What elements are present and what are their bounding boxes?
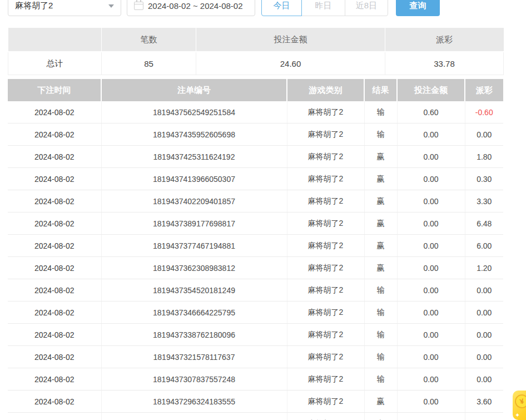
cell-result: 赢 <box>364 413 397 420</box>
summary-header-count: 笔数 <box>102 28 196 52</box>
cell-order-no: 1819437413966050307 <box>101 168 287 190</box>
cell-bet-time: 2024-08-02 <box>8 413 101 420</box>
quick-range-button-2[interactable]: 近8日 <box>345 0 388 16</box>
cell-payout: 0.00 <box>465 279 503 302</box>
cell-bet-amount: 0.00 <box>397 391 465 413</box>
cell-result: 赢 <box>364 257 397 279</box>
summary-total-row: 总计 85 24.60 33.78 <box>8 52 504 75</box>
quick-range-button-group: 今日昨日近8日 <box>261 0 388 16</box>
cell-payout: 0.00 <box>465 324 503 346</box>
quick-range-button-1[interactable]: 昨日 <box>301 0 345 16</box>
cell-result: 输 <box>364 324 397 346</box>
cell-result: 输 <box>364 346 397 368</box>
cell-result: 赢 <box>364 391 397 413</box>
cell-result: 输 <box>364 279 397 302</box>
cell-order-no: 1819437425311624192 <box>101 146 287 168</box>
records-column-header-4: 投注金额 <box>397 79 465 101</box>
cell-game-type: 麻将胡了2 <box>287 279 364 302</box>
cell-game-type: 麻将胡了2 <box>287 213 364 235</box>
coin-icon: ¥ <box>513 393 526 410</box>
cell-bet-amount: 0.00 <box>397 168 465 190</box>
cell-order-no: 1819437285834242561 <box>101 413 287 420</box>
cell-game-type: 麻将胡了2 <box>287 391 364 413</box>
records-column-header-2: 游戏类别 <box>287 79 364 101</box>
summary-header-row: 笔数 投注金额 派彩 <box>8 28 504 52</box>
quick-range-button-0[interactable]: 今日 <box>261 0 302 16</box>
cell-order-no: 1819437377467194881 <box>101 235 287 257</box>
cell-result: 输 <box>364 368 397 391</box>
summary-header-blank <box>8 28 102 52</box>
table-row: 2024-08-021819437321578117637麻将胡了2输0.000… <box>8 346 503 368</box>
cell-payout: 0.30 <box>465 168 503 190</box>
cell-bet-time: 2024-08-02 <box>8 146 101 168</box>
cell-bet-time: 2024-08-02 <box>8 302 101 324</box>
table-row: 2024-08-021819437425311624192麻将胡了2赢0.001… <box>8 146 503 168</box>
records-table-body: 2024-08-021819437562549251584麻将胡了2输0.60-… <box>8 101 503 420</box>
table-row: 2024-08-021819437402209401857麻将胡了2赢0.003… <box>8 190 503 213</box>
cell-bet-amount: 0.00 <box>397 123 465 146</box>
cell-bet-amount: 0.00 <box>397 190 465 213</box>
table-row: 2024-08-021819437435952605698麻将胡了2输0.000… <box>8 123 503 146</box>
cell-order-no: 1819437354520181249 <box>101 279 287 302</box>
cell-bet-amount: 0.00 <box>397 235 465 257</box>
cell-order-no: 1819437362308983812 <box>101 257 287 279</box>
cell-game-type: 麻将胡了2 <box>287 101 364 123</box>
table-row: 2024-08-021819437338762180096麻将胡了2输0.000… <box>8 324 503 346</box>
cell-bet-amount: 0.00 <box>397 146 465 168</box>
cell-game-type: 麻将胡了2 <box>287 368 364 391</box>
promo-floating-widget[interactable]: ¥ ✦ <box>513 391 526 420</box>
cell-order-no: 1819437402209401857 <box>101 190 287 213</box>
cell-bet-time: 2024-08-02 <box>8 190 101 213</box>
cell-bet-time: 2024-08-02 <box>8 235 101 257</box>
cell-bet-time: 2024-08-02 <box>8 346 101 368</box>
cell-bet-time: 2024-08-02 <box>8 368 101 391</box>
cell-bet-time: 2024-08-02 <box>8 391 101 413</box>
search-button[interactable]: 查询 <box>396 0 440 16</box>
cell-order-no: 1819437338762180096 <box>101 324 287 346</box>
cell-order-no: 1819437307837557248 <box>101 368 287 391</box>
records-column-header-3: 结果 <box>364 79 397 101</box>
cell-order-no: 1819437389177698817 <box>101 213 287 235</box>
table-row: 2024-08-021819437354520181249麻将胡了2输0.000… <box>8 279 503 302</box>
cell-result: 赢 <box>364 168 397 190</box>
cell-game-type: 麻将胡了2 <box>287 123 364 146</box>
cell-order-no: 1819437346664225795 <box>101 302 287 324</box>
cell-payout: 0.00 <box>465 123 503 146</box>
cell-bet-amount: 0.00 <box>397 257 465 279</box>
sparkle-icon: ✦ <box>515 412 520 419</box>
cell-payout: 1.20 <box>465 257 503 279</box>
table-row: 2024-08-021819437296324183555麻将胡了2赢0.003… <box>8 391 503 413</box>
cell-game-type: 麻将胡了2 <box>287 168 364 190</box>
cell-bet-amount: 0.00 <box>397 213 465 235</box>
summary-table: 笔数 投注金额 派彩 总计 85 24.60 33.78 <box>8 28 504 75</box>
cell-bet-time: 2024-08-02 <box>8 101 101 123</box>
chevron-down-icon <box>108 4 114 8</box>
records-column-header-5: 派彩 <box>465 79 503 101</box>
cell-bet-time: 2024-08-02 <box>8 213 101 235</box>
summary-total-bet-amount: 24.60 <box>196 52 385 75</box>
cell-result: 赢 <box>364 213 397 235</box>
cell-game-type: 麻将胡了2 <box>287 146 364 168</box>
cell-payout: 0.00 <box>465 302 503 324</box>
game-select[interactable]: 麻将胡了2 <box>8 0 121 16</box>
betting-records-page: 麻将胡了2 2024-08-02 ~ 2024-08-02 今日昨日近8日 查询… <box>0 0 526 420</box>
cell-game-type: 麻将胡了2 <box>287 257 364 279</box>
cell-bet-amount: 0.60 <box>397 101 465 123</box>
table-row: 2024-08-021819437377467194881麻将胡了2赢0.006… <box>8 235 503 257</box>
table-row: 2024-08-021819437389177698817麻将胡了2赢0.006… <box>8 213 503 235</box>
cell-bet-amount: 0.00 <box>397 302 465 324</box>
cell-payout: 6.48 <box>465 213 503 235</box>
game-select-value: 麻将胡了2 <box>15 1 53 11</box>
cell-bet-amount: 0.00 <box>397 324 465 346</box>
cell-game-type: 麻将胡了2 <box>287 235 364 257</box>
cell-order-no: 1819437321578117637 <box>101 346 287 368</box>
cell-payout: 3.60 <box>465 391 503 413</box>
records-column-header-0: 下注时间 <box>8 79 101 101</box>
date-range-value: 2024-08-02 ~ 2024-08-02 <box>148 1 243 11</box>
date-range-input[interactable]: 2024-08-02 ~ 2024-08-02 <box>127 0 255 16</box>
cell-payout: 0.00 <box>465 346 503 368</box>
cell-result: 输 <box>364 302 397 324</box>
cell-bet-time: 2024-08-02 <box>8 168 101 190</box>
cell-order-no: 1819437562549251584 <box>101 101 287 123</box>
table-row: 2024-08-021819437307837557248麻将胡了2输0.000… <box>8 368 503 391</box>
